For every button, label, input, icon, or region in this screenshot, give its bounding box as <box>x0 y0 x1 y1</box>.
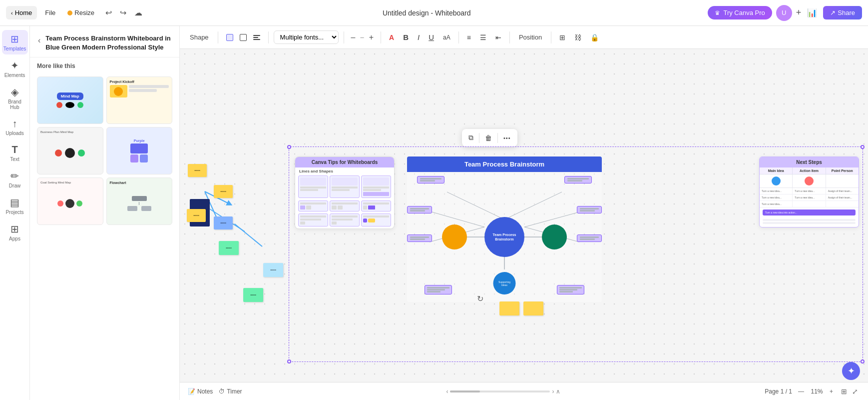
italic-button[interactable]: I <box>415 31 423 44</box>
undo-button[interactable]: ↩ <box>102 6 115 20</box>
scrollbar-track[interactable] <box>450 390 550 392</box>
ns-cell-2-2: Turn a new idea... <box>793 194 826 200</box>
rotation-handle[interactable]: ↻ <box>477 294 483 304</box>
template-card-flowchart[interactable]: Flowchart <box>106 178 173 225</box>
sidebar-item-templates[interactable]: ⊞ Templates <box>2 30 28 54</box>
text-case-button[interactable]: aA <box>440 32 453 43</box>
panel-back-button[interactable]: ‹ <box>37 35 41 46</box>
yellow-note-2[interactable] <box>523 302 543 316</box>
text-align-button[interactable]: ≡ <box>464 32 474 44</box>
resize-button[interactable]: Resize <box>63 7 98 18</box>
font-family-select[interactable]: Multiple fonts... <box>274 30 339 44</box>
outdent-icon: ⇤ <box>495 34 501 42</box>
sticky-note-2[interactable]: ==== <box>214 185 233 198</box>
filled-square-icon <box>226 34 233 41</box>
ft-sep-2 <box>497 133 498 143</box>
list-button[interactable]: ☰ <box>477 32 489 44</box>
bs-node-teal[interactable] <box>542 224 567 250</box>
sel-handle-br[interactable] <box>861 360 865 364</box>
sticky-note-5[interactable]: ==== <box>219 241 239 255</box>
timer-button[interactable]: ⏱ Timer <box>219 388 242 395</box>
bs-sat-bot-1[interactable] <box>425 285 452 294</box>
floating-more-button[interactable]: ••• <box>500 132 514 144</box>
bs-sat-3[interactable] <box>407 206 432 214</box>
template-card-purple-map[interactable]: Purple <box>106 127 173 174</box>
yellow-note-1[interactable] <box>499 302 519 316</box>
sidebar-item-elements[interactable]: ✦ Elements <box>2 56 28 81</box>
canvas-area[interactable]: ==== ==== ==== ==== ==== ==== ==== ⧉ 🗑 •… <box>180 49 868 382</box>
zoom-in-button[interactable]: + <box>828 387 835 396</box>
bs-sat-2[interactable] <box>564 176 592 184</box>
sidebar-item-projects[interactable]: ▤ Projects <box>2 194 28 218</box>
grid-button[interactable]: ⊞ <box>556 32 568 44</box>
sticky-note-6[interactable]: ==== <box>263 263 283 277</box>
notes-button[interactable]: 📝 Notes <box>188 388 213 395</box>
sidebar-item-text[interactable]: T Text <box>2 141 28 165</box>
bs-sat-5[interactable] <box>577 206 602 214</box>
sidebar-item-brand[interactable]: ◈ Brand Hub <box>2 83 28 113</box>
text-color-button[interactable]: A <box>386 32 397 44</box>
template-card-business-plan[interactable]: Business Plan Mind Map <box>37 127 103 174</box>
save-status-button[interactable]: ☁ <box>131 6 145 20</box>
sidebar-item-draw[interactable]: ✏ Draw <box>2 167 28 192</box>
sticky-note-7[interactable]: ==== <box>243 288 263 302</box>
collapse-button[interactable]: ∧ <box>556 388 560 395</box>
template-card-goal-setting[interactable]: Goal Setting Mind Map <box>37 178 103 225</box>
chain-icon: ⛓ <box>574 34 581 42</box>
bs-center-node[interactable]: Team ProcessBrainstorm <box>484 217 524 257</box>
floating-delete-button[interactable]: 🗑 <box>481 132 495 144</box>
bs-sat-bot-2[interactable] <box>557 285 584 294</box>
ns-row-3-inner: Turn a new idea... <box>760 201 859 207</box>
grid-view-button[interactable]: ⊞ <box>839 386 849 396</box>
redo-button[interactable]: ↪ <box>117 6 129 20</box>
try-pro-button[interactable]: ♛ Try Canva Pro <box>708 6 772 20</box>
user-avatar[interactable]: U <box>776 5 792 21</box>
add-collaborator-button[interactable]: + <box>796 8 802 18</box>
bs-sat-1[interactable] <box>417 176 444 184</box>
bold-button[interactable]: B <box>400 31 412 44</box>
ns-row-2: Turn a new idea... Turn a new idea... As… <box>760 194 859 201</box>
font-size-increase[interactable]: + <box>367 32 376 43</box>
scrollbar-thumb[interactable] <box>450 390 480 392</box>
sidebar-item-apps[interactable]: ⊞ Apps <box>2 220 28 244</box>
home-button[interactable]: ‹ Home <box>6 6 37 20</box>
tips-cell-6 <box>361 200 391 212</box>
template-card-mind-map[interactable]: Mind Map <box>37 76 103 124</box>
chain-button[interactable]: ⛓ <box>571 32 584 44</box>
font-size-decrease[interactable]: – <box>349 32 358 43</box>
bs-node-orange[interactable] <box>442 224 467 250</box>
ns-extra-rows <box>760 218 859 227</box>
lines-shape-button[interactable] <box>250 33 263 42</box>
fit-button[interactable]: ⤢ <box>850 386 860 396</box>
outline-shape-button[interactable] <box>237 32 250 43</box>
template-card-project-kickoff[interactable]: Project Kickoff <box>106 76 173 124</box>
bs-sat-4[interactable] <box>407 234 432 242</box>
floating-copy-button[interactable]: ⧉ <box>465 131 477 144</box>
outdent-button[interactable]: ⇤ <box>492 32 504 44</box>
bs-sat-6[interactable] <box>577 234 602 242</box>
lock-button[interactable]: 🔒 <box>587 32 602 44</box>
sidebar-label-brand: Brand Hub <box>6 99 24 110</box>
sel-handle-bl[interactable] <box>287 360 291 364</box>
share-button[interactable]: ↗ Share <box>823 6 862 20</box>
file-button[interactable]: File <box>41 7 59 18</box>
scroll-right-button[interactable]: › <box>552 388 554 395</box>
underline-button[interactable]: U <box>426 31 437 44</box>
sidebar-label-templates: Templates <box>3 46 26 52</box>
sel-handle-tl[interactable] <box>287 145 291 149</box>
bs-node-blue[interactable]: SupportingIdeas <box>493 272 516 294</box>
ns-cell-1-2: Turn a new idea... <box>793 188 826 194</box>
position-button[interactable]: Position <box>515 32 546 43</box>
zoom-out-button[interactable]: — <box>796 387 806 396</box>
analytics-button[interactable]: 📊 <box>805 6 819 20</box>
help-button[interactable]: ✦ <box>842 362 860 380</box>
canvas-inner[interactable]: ==== ==== ==== ==== ==== ==== ==== ⧉ 🗑 •… <box>180 49 868 382</box>
scroll-left-button[interactable]: ‹ <box>446 388 448 395</box>
filled-shape-button[interactable] <box>223 32 236 43</box>
sidebar-item-uploads[interactable]: ↑ Uploads <box>2 115 28 139</box>
sel-handle-tr[interactable] <box>861 145 865 149</box>
shape-button[interactable]: Shape <box>186 32 213 43</box>
sticky-note-1[interactable]: ==== <box>188 164 207 177</box>
sticky-note-3[interactable]: ==== <box>187 209 206 222</box>
sticky-note-4[interactable]: ==== <box>214 216 233 230</box>
